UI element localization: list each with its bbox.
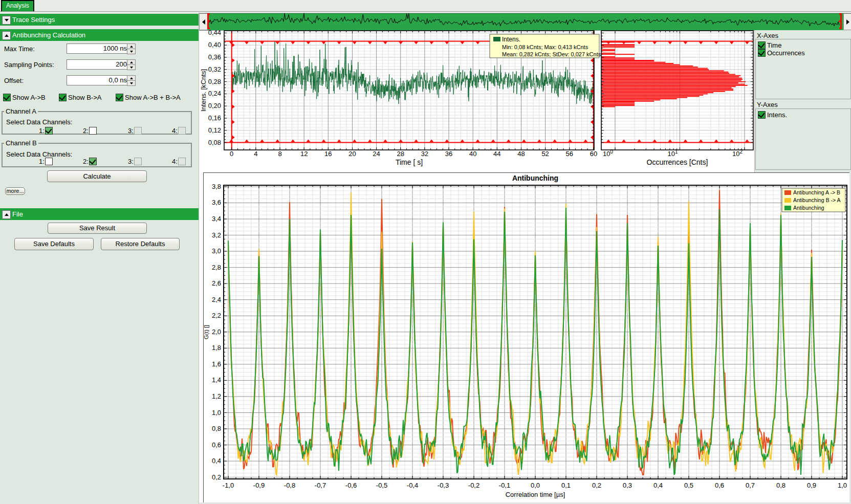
channel-a-4-checkbox[interactable]: [178, 127, 186, 135]
show-b-to-a-checkbox[interactable]: [59, 94, 67, 101]
histogram-bar: [602, 72, 728, 73]
histogram-bar: [602, 54, 635, 55]
arrow-left-icon: [202, 19, 205, 25]
y-tick-label: 1,0: [212, 409, 221, 417]
x-tick-label: 0,8: [776, 481, 785, 489]
x-tick-label: 12: [300, 150, 308, 158]
y-tick-label: 3,4: [212, 215, 221, 223]
max-time-label: Max Time:: [4, 45, 35, 53]
histogram-bar: [602, 62, 665, 63]
channel-b-4-checkbox[interactable]: [178, 158, 186, 165]
y-tick-label: 3,2: [212, 231, 221, 239]
x-tick-label: -0,5: [376, 481, 387, 489]
x-tick-label: -0,4: [407, 481, 418, 489]
y-tick-label: 0,28: [208, 78, 221, 85]
y-axis-intens-checkbox[interactable]: [758, 111, 766, 119]
spin-down-button[interactable]: [127, 49, 136, 54]
x-tick-label: 8: [278, 150, 281, 158]
axes-panel: X-Axes Time Occurrences Y-Axes Intens.: [754, 30, 851, 172]
y-tick-label: 0,8: [212, 425, 221, 432]
section-header-trace-settings[interactable]: Trace Settings: [0, 14, 199, 26]
arrow-down-icon: [130, 82, 133, 84]
histogram-bar: [602, 82, 738, 83]
x-axis-time-checkbox[interactable]: [758, 41, 766, 49]
collapse-button-file[interactable]: [2, 210, 11, 219]
histogram-bar: [602, 80, 741, 81]
x-tick-label: 0,1: [561, 481, 571, 489]
section-header-file[interactable]: File: [0, 208, 199, 220]
histogram-bar: [602, 47, 635, 48]
antibunching-chart: -1,0-0,9-0,8-0,7-0,6-0,5-0,4-0,3-0,2-0,1…: [204, 173, 848, 501]
sampling-points-input[interactable]: 200: [67, 59, 132, 70]
channel-a-1-checkbox[interactable]: [45, 127, 53, 135]
save-defaults-button[interactable]: Save Defaults: [14, 238, 94, 250]
x-tick-label: 101: [667, 149, 678, 158]
calculate-button[interactable]: Calculate: [47, 170, 147, 182]
x-tick-label: -0,3: [438, 481, 449, 489]
arrow-right-icon: [846, 19, 849, 25]
histogram-bar: [602, 95, 703, 96]
histogram-bar: [602, 85, 748, 86]
offset-label: Offset:: [4, 77, 24, 84]
legend-label: Antibunching A -> B: [793, 189, 840, 195]
histogram-bar: [602, 44, 635, 45]
y-tick-label: 2,2: [212, 312, 221, 319]
chart-title: Antibunching: [512, 174, 558, 182]
histogram-bar: [602, 49, 615, 50]
x-tick-label: -0,8: [284, 481, 295, 489]
y-tick-label: 1,2: [212, 392, 221, 400]
x-tick-label: 20: [348, 150, 356, 158]
spin-down-button[interactable]: [127, 80, 136, 86]
section-header-antibunching[interactable]: Antibunching Calculation: [0, 29, 199, 41]
histogram-bar: [602, 104, 635, 105]
channel-a-2-checkbox[interactable]: [89, 127, 97, 135]
scroll-left-button[interactable]: [199, 13, 208, 30]
restore-defaults-button[interactable]: Restore Defaults: [101, 238, 180, 250]
spin-down-button[interactable]: [127, 64, 136, 70]
collapse-button-antibunching[interactable]: [2, 31, 11, 40]
histogram-bar: [602, 53, 615, 54]
histogram-bar: [602, 50, 615, 51]
chevron-up-icon: [5, 34, 9, 37]
more-button[interactable]: more...: [5, 187, 25, 195]
x-tick-label: 4: [254, 150, 257, 158]
show-both-checkbox[interactable]: [116, 94, 123, 101]
x-axis-title: Occurrences [Cnts]: [647, 158, 708, 166]
x-tick-label: 0,3: [623, 481, 632, 489]
x-tick-label: 0,2: [592, 481, 601, 489]
y-tick-label: 0,44: [208, 30, 221, 36]
collapse-button-trace-settings[interactable]: [2, 16, 11, 25]
offset-input[interactable]: 0,0 ns: [67, 75, 132, 85]
antibunching-panel: -1,0-0,9-0,8-0,7-0,6-0,5-0,4-0,3-0,2-0,1…: [203, 172, 850, 503]
y-tick-label: 3,0: [212, 247, 221, 255]
legend-swatch: [493, 37, 500, 41]
histogram-bar: [602, 89, 733, 90]
tab-analysis[interactable]: Analysis: [1, 0, 34, 11]
channel-a-4-label: 4:: [172, 127, 178, 135]
channel-b-3-checkbox[interactable]: [134, 158, 142, 165]
channel-b-3-label: 3:: [128, 158, 134, 165]
scroll-right-button[interactable]: [843, 13, 851, 30]
histogram-bar: [602, 78, 742, 79]
x-axis-occurrences-checkbox[interactable]: [758, 49, 766, 57]
x-tick-label: 48: [517, 150, 525, 158]
channel-b-1-checkbox[interactable]: [45, 158, 53, 165]
range-marker-top: [207, 13, 210, 15]
overview-strip[interactable]: [199, 13, 851, 31]
channel-a-3-checkbox[interactable]: [134, 127, 142, 135]
histogram-bar: [602, 90, 733, 91]
sampling-points-spinner: [127, 59, 135, 70]
overview-trace-chart: [207, 13, 842, 29]
histogram-bar: [602, 59, 635, 60]
sidebar: Trace Settings Antibunching Calculation …: [0, 12, 199, 504]
application-window: {"colors":{"green_ui":"#1FA23C","green_s…: [0, 0, 851, 504]
save-result-button[interactable]: Save Result: [48, 223, 147, 234]
show-a-to-b-checkbox[interactable]: [3, 94, 11, 101]
max-time-input[interactable]: 1000 ns: [67, 43, 132, 54]
channel-a-1-label: 1:: [39, 127, 45, 135]
channel-b-2-checkbox[interactable]: [89, 158, 97, 165]
x-axis-occurrences-label: Occurrences: [767, 49, 805, 57]
overview-trace-line: [209, 13, 839, 26]
histogram-bar: [602, 65, 693, 67]
range-marker-bar: [840, 13, 842, 29]
